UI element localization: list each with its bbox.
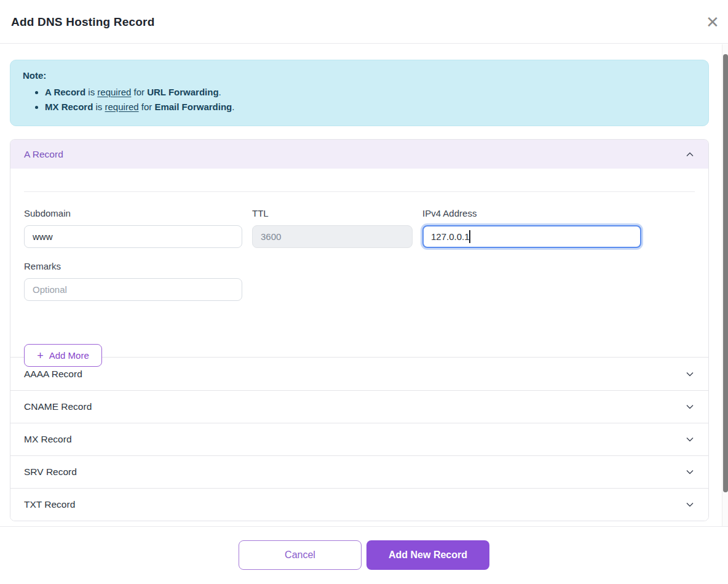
accordion-header-aaaa-record[interactable]: AAAA Record [10,358,708,390]
close-icon[interactable]: ✕ [704,14,721,31]
ttl-field-group: TTL [252,208,413,248]
note-text: for [139,102,155,112]
note-bold-text: Email Forwarding [154,102,232,112]
remarks-input[interactable] [24,278,242,301]
a-record-panel: Subdomain TTL IPv4 Address Remarks + Add… [10,169,708,358]
accordion-title: AAAA Record [24,369,82,380]
chevron-down-icon [685,402,695,412]
chevron-down-icon [685,369,695,379]
accordion-header-txt-record[interactable]: TXT Record [10,488,708,521]
note-item-mx-record: MX Record is required for Email Forwardi… [45,100,696,114]
remarks-label: Remarks [24,261,242,271]
remarks-field-group: Remarks [24,261,242,301]
ipv4-label: IPv4 Address [422,208,641,218]
note-text: is [85,87,97,97]
add-more-label: Add More [49,350,89,361]
subdomain-input[interactable] [24,225,242,248]
add-more-button[interactable]: + Add More [24,344,102,367]
accordion-header-mx-record[interactable]: MX Record [10,423,708,455]
note-heading: Note: [23,70,696,81]
ipv4-input[interactable] [422,225,641,248]
ttl-input [252,225,413,248]
chevron-up-icon [685,150,695,159]
record-accordion: A Record Subdomain TTL IPv4 Address [10,139,709,521]
panel-divider [24,191,695,192]
accordion-title: TXT Record [24,499,75,510]
accordion-header-srv-record[interactable]: SRV Record [10,455,708,488]
note-bold-text: URL Forwarding [147,87,218,97]
page-title: Add DNS Hosting Record [11,0,154,44]
ttl-label: TTL [252,208,413,218]
add-new-record-button[interactable]: Add New Record [366,540,489,570]
note-bold-text: MX Record [45,102,93,112]
ipv4-input-wrap [422,225,641,248]
accordion-title: SRV Record [24,466,77,478]
chevron-down-icon [685,467,695,477]
chevron-down-icon [685,500,695,510]
accordion-header-cname-record[interactable]: CNAME Record [10,390,708,423]
plus-icon: + [37,350,44,361]
cancel-button[interactable]: Cancel [239,540,362,570]
note-underlined-text: required [105,102,139,112]
modal-footer: Cancel Add New Record [0,526,728,584]
a-record-fields-row: Subdomain TTL IPv4 Address [24,208,641,248]
vertical-scrollbar-track[interactable] [722,44,728,526]
note-text: for [131,87,147,97]
note-list: A Record is required for URL Forwarding.… [23,85,696,114]
note-bold-text: A Record [45,87,85,97]
chevron-down-icon [685,434,695,444]
subdomain-label: Subdomain [24,208,242,218]
subdomain-field-group: Subdomain [24,208,242,248]
accordion-title: A Record [24,149,63,160]
note-text: is [93,102,105,112]
note-box: Note: A Record is required for URL Forwa… [10,60,709,126]
accordion-title: MX Record [24,434,72,445]
text-caret [469,230,470,243]
vertical-scrollbar-thumb[interactable] [723,54,728,492]
note-item-a-record: A Record is required for URL Forwarding. [45,85,696,100]
accordion-header-a-record[interactable]: A Record [10,140,708,169]
note-text: . [219,87,221,97]
note-underlined-text: required [97,87,131,97]
ipv4-field-group: IPv4 Address [422,208,641,248]
modal-header: Add DNS Hosting Record ✕ [0,0,728,44]
accordion-title: CNAME Record [24,401,92,412]
note-text: . [232,102,234,112]
